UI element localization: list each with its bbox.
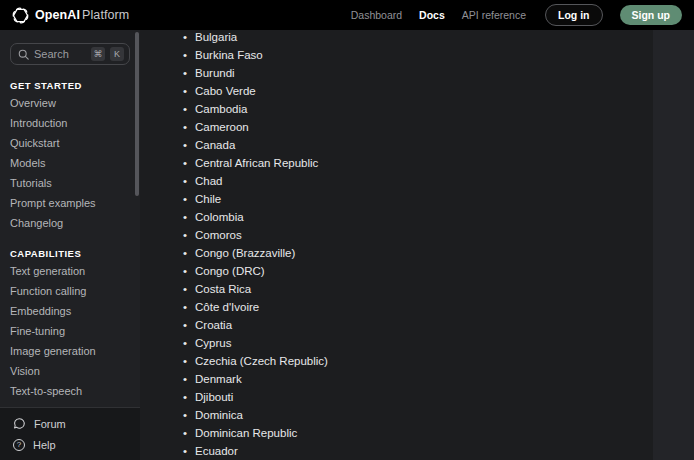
sidebar-item[interactable]: Quickstart: [0, 133, 140, 153]
sidebar-item[interactable]: Introduction: [0, 113, 140, 133]
bullet-icon: •: [183, 391, 195, 403]
country-name: Burkina Faso: [195, 49, 263, 61]
country-name: Chile: [195, 193, 221, 205]
country-list-item: • Cameroon: [183, 118, 694, 136]
sidebar-item[interactable]: Prompt examples: [0, 193, 140, 213]
country-name: Czechia (Czech Republic): [195, 355, 328, 367]
bullet-icon: •: [183, 229, 195, 241]
sidebar-item[interactable]: Overview: [0, 93, 140, 113]
sidebar-item[interactable]: Changelog: [0, 213, 140, 233]
bullet-icon: •: [183, 139, 195, 151]
sidebar-scrollbar[interactable]: [135, 32, 139, 196]
bullet-icon: •: [183, 103, 195, 115]
sidebar-item[interactable]: Text generation: [0, 261, 140, 281]
bullet-icon: •: [183, 193, 195, 205]
search-icon: [18, 49, 29, 60]
bullet-icon: •: [183, 265, 195, 277]
country-list-item: • Costa Rica: [183, 280, 694, 298]
bullet-icon: •: [183, 85, 195, 97]
country-name: Congo (DRC): [195, 265, 265, 277]
section-title-get-started: GET STARTED: [10, 80, 140, 91]
sidebar-item-forum[interactable]: Forum: [0, 413, 140, 434]
sidebar-item[interactable]: Fine-tuning: [0, 321, 140, 341]
country-name: Côte d'Ivoire: [195, 301, 259, 313]
country-list-item: • Denmark: [183, 370, 694, 388]
login-button[interactable]: Log in: [545, 4, 603, 27]
country-list-item: • Congo (Brazzaville): [183, 244, 694, 262]
bullet-icon: •: [183, 283, 195, 295]
sidebar-item[interactable]: Tutorials: [0, 173, 140, 193]
nav-api-reference[interactable]: API reference: [462, 9, 526, 21]
sidebar-item[interactable]: Models: [0, 153, 140, 173]
search-input[interactable]: Search ⌘ K: [10, 43, 130, 65]
country-name: Burundi: [195, 67, 235, 79]
country-list: • Bulgaria • Burkina Faso • Burundi • Ca…: [140, 30, 694, 460]
header-nav: Dashboard Docs API reference Log in Sign…: [351, 4, 682, 27]
bullet-icon: •: [183, 31, 195, 43]
sidebar-item[interactable]: Embeddings: [0, 301, 140, 321]
content-right-gutter: [653, 30, 694, 460]
nav-dashboard[interactable]: Dashboard: [351, 9, 402, 21]
sidebar-item[interactable]: Vision: [0, 361, 140, 381]
openai-logo-icon: [12, 7, 29, 24]
country-list-item: • Burundi: [183, 64, 694, 82]
country-name: Cambodia: [195, 103, 247, 115]
top-header: OpenAIPlatform Dashboard Docs API refere…: [0, 0, 694, 30]
country-name: Denmark: [195, 373, 242, 385]
forum-label: Forum: [34, 418, 66, 430]
signup-button[interactable]: Sign up: [620, 5, 683, 26]
country-name: Comoros: [195, 229, 242, 241]
bullet-icon: •: [183, 67, 195, 79]
bullet-icon: •: [183, 337, 195, 349]
search-placeholder: Search: [34, 48, 86, 60]
sidebar-footer: Forum ? Help: [0, 407, 140, 460]
country-list-item: • Croatia: [183, 316, 694, 334]
sidebar-item-help[interactable]: ? Help: [0, 434, 140, 455]
country-name: Dominican Republic: [195, 427, 297, 439]
bullet-icon: •: [183, 427, 195, 439]
bullet-icon: •: [183, 445, 195, 457]
country-name: Central African Republic: [195, 157, 318, 169]
country-name: Chad: [195, 175, 223, 187]
bullet-icon: •: [183, 49, 195, 61]
sidebar: Search ⌘ K GET STARTED OverviewIntroduct…: [0, 30, 140, 460]
help-label: Help: [33, 439, 56, 451]
country-list-item: • Chile: [183, 190, 694, 208]
bullet-icon: •: [183, 247, 195, 259]
country-name: Cyprus: [195, 337, 231, 349]
bullet-icon: •: [183, 355, 195, 367]
bullet-icon: •: [183, 211, 195, 223]
k-keycap: K: [110, 47, 124, 61]
country-list-item: • Czechia (Czech Republic): [183, 352, 694, 370]
country-list-item: • Cyprus: [183, 334, 694, 352]
country-name: Costa Rica: [195, 283, 251, 295]
country-list-item: • Cabo Verde: [183, 82, 694, 100]
country-list-item: • Djibouti: [183, 388, 694, 406]
sidebar-list-capabilities: Text generationFunction callingEmbedding…: [0, 261, 140, 421]
sidebar-item[interactable]: Function calling: [0, 281, 140, 301]
country-list-item: • Dominican Republic: [183, 424, 694, 442]
brand[interactable]: OpenAIPlatform: [12, 7, 129, 24]
country-list-item: • Ecuador: [183, 442, 694, 460]
country-name: Canada: [195, 139, 235, 151]
country-name: Colombia: [195, 211, 244, 223]
bullet-icon: •: [183, 319, 195, 331]
sidebar-item[interactable]: Image generation: [0, 341, 140, 361]
forum-icon: [13, 417, 26, 430]
sidebar-item[interactable]: Text-to-speech: [0, 381, 140, 401]
country-list-item: • Comoros: [183, 226, 694, 244]
country-name: Cameroon: [195, 121, 249, 133]
country-name: Croatia: [195, 319, 232, 331]
main-content: • Bulgaria • Burkina Faso • Burundi • Ca…: [140, 30, 694, 460]
help-icon: ?: [13, 439, 25, 451]
bullet-icon: •: [183, 175, 195, 187]
bullet-icon: •: [183, 157, 195, 169]
bullet-icon: •: [183, 301, 195, 313]
country-name: Djibouti: [195, 391, 233, 403]
country-list-item: • Chad: [183, 172, 694, 190]
country-list-item: • Bulgaria: [183, 30, 694, 46]
sidebar-list-get-started: OverviewIntroductionQuickstartModelsTuto…: [0, 93, 140, 233]
nav-docs[interactable]: Docs: [419, 9, 445, 21]
country-name: Bulgaria: [195, 31, 237, 43]
section-title-capabilities: CAPABILITIES: [10, 248, 140, 259]
